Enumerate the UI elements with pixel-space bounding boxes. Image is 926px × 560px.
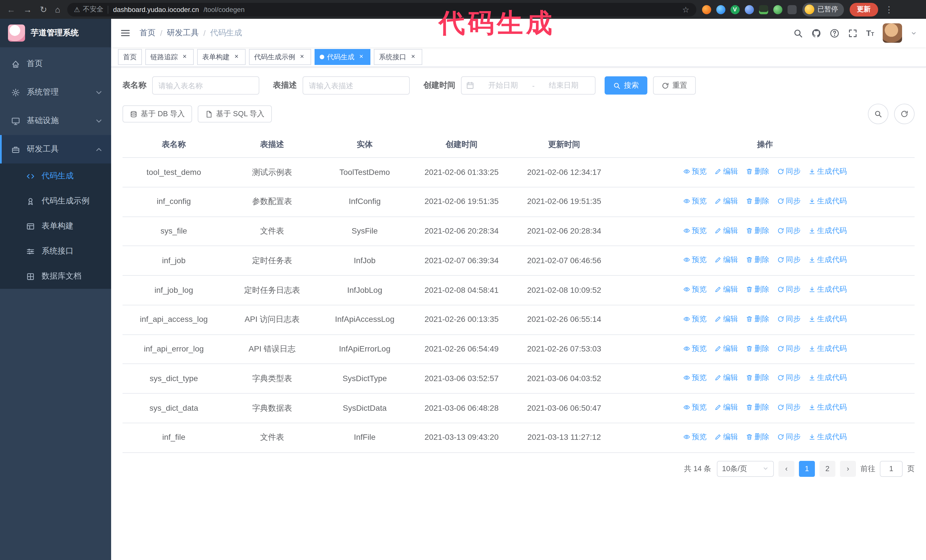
action-generate-code[interactable]: 生成代码 bbox=[809, 343, 847, 354]
action-delete[interactable]: 删除 bbox=[746, 166, 769, 177]
close-icon[interactable]: × bbox=[233, 53, 241, 61]
action-sync[interactable]: 同步 bbox=[777, 166, 800, 177]
sidebar-item-code-generation[interactable]: 代码生成 bbox=[0, 163, 111, 189]
sidebar-item-infrastructure[interactable]: 基础设施 bbox=[0, 107, 111, 135]
action-delete[interactable]: 删除 bbox=[746, 284, 769, 295]
import-sql-button[interactable]: 基于 SQL 导入 bbox=[198, 106, 272, 122]
action-generate-code[interactable]: 生成代码 bbox=[809, 313, 847, 325]
action-generate-code[interactable]: 生成代码 bbox=[809, 195, 847, 207]
table-desc-input[interactable] bbox=[303, 76, 410, 95]
caret-down-icon[interactable] bbox=[911, 30, 917, 36]
github-icon[interactable] bbox=[811, 28, 821, 38]
table-row[interactable]: inf_config 参数配置表 InfConfig 2021-02-06 19… bbox=[123, 187, 915, 217]
app-logo[interactable]: 芋道管理系统 bbox=[0, 19, 111, 47]
action-generate-code[interactable]: 生成代码 bbox=[809, 225, 847, 236]
action-sync[interactable]: 同步 bbox=[777, 313, 800, 325]
search-icon[interactable] bbox=[793, 28, 803, 38]
action-delete[interactable]: 删除 bbox=[746, 343, 769, 354]
reload-icon[interactable]: ↻ bbox=[39, 5, 48, 14]
action-delete[interactable]: 删除 bbox=[746, 313, 769, 325]
goto-page-input[interactable] bbox=[880, 460, 903, 477]
action-sync[interactable]: 同步 bbox=[777, 343, 800, 354]
sidebar-item-system-management[interactable]: 系统管理 bbox=[0, 78, 111, 107]
sidebar-item-home[interactable]: 首页 bbox=[0, 50, 111, 78]
sidebar-item-form-builder[interactable]: 表单构建 bbox=[0, 214, 111, 239]
action-generate-code[interactable]: 生成代码 bbox=[809, 254, 847, 266]
action-delete[interactable]: 删除 bbox=[746, 402, 769, 413]
action-edit[interactable]: 编辑 bbox=[714, 313, 738, 325]
action-preview[interactable]: 预览 bbox=[683, 284, 707, 295]
table-row[interactable]: sys_dict_data 字典数据表 SysDictData 2021-03-… bbox=[123, 393, 915, 423]
breadcrumb-dev-tools[interactable]: 研发工具 bbox=[167, 28, 199, 38]
font-size-icon[interactable]: TT bbox=[866, 29, 874, 38]
close-icon[interactable]: × bbox=[357, 53, 365, 61]
action-preview[interactable]: 预览 bbox=[683, 195, 707, 207]
action-edit[interactable]: 编辑 bbox=[714, 372, 738, 384]
action-sync[interactable]: 同步 bbox=[777, 225, 800, 236]
action-delete[interactable]: 删除 bbox=[746, 254, 769, 266]
action-preview[interactable]: 预览 bbox=[683, 254, 707, 266]
action-sync[interactable]: 同步 bbox=[777, 431, 800, 443]
action-sync[interactable]: 同步 bbox=[777, 284, 800, 295]
extension-icon-6[interactable] bbox=[773, 5, 782, 14]
refresh-button[interactable] bbox=[894, 104, 915, 124]
hamburger-icon[interactable] bbox=[120, 28, 130, 38]
action-preview[interactable]: 预览 bbox=[683, 313, 707, 325]
table-row[interactable]: sys_dict_type 字典类型表 SysDictType 2021-03-… bbox=[123, 364, 915, 394]
table-row[interactable]: inf_job_log 定时任务日志表 InfJobLog 2021-02-08… bbox=[123, 275, 915, 305]
action-edit[interactable]: 编辑 bbox=[714, 166, 738, 177]
action-edit[interactable]: 编辑 bbox=[714, 402, 738, 413]
toggle-search-button[interactable] bbox=[868, 104, 888, 124]
address-bar[interactable]: ⚠ 不安全 dashboard.yudao.iocoder.cn/tool/co… bbox=[67, 3, 696, 16]
action-preview[interactable]: 预览 bbox=[683, 225, 707, 236]
table-row[interactable]: inf_job 定时任务表 InfJob 2021-02-07 06:39:34… bbox=[123, 246, 915, 276]
action-edit[interactable]: 编辑 bbox=[714, 195, 738, 207]
sidebar-item-dev-tools[interactable]: 研发工具 bbox=[0, 135, 111, 163]
tag-trace[interactable]: 链路追踪 × bbox=[145, 49, 194, 65]
page-button-2[interactable]: 2 bbox=[819, 460, 835, 477]
table-row[interactable]: sys_file 文件表 SysFile 2021-02-06 20:28:34… bbox=[123, 216, 915, 246]
sidebar-item-db-doc[interactable]: 数据库文档 bbox=[0, 264, 111, 289]
action-delete[interactable]: 删除 bbox=[746, 225, 769, 236]
action-edit[interactable]: 编辑 bbox=[714, 225, 738, 236]
action-preview[interactable]: 预览 bbox=[683, 402, 707, 413]
table-row[interactable]: inf_file 文件表 InfFile 2021-03-13 09:43:20… bbox=[123, 423, 915, 453]
tag-codegen-example[interactable]: 代码生成示例 × bbox=[249, 49, 311, 65]
extension-icon-3[interactable]: V bbox=[730, 5, 739, 14]
table-name-input[interactable] bbox=[152, 76, 259, 95]
page-size-select[interactable]: 10条/页 bbox=[717, 460, 774, 477]
forward-icon[interactable]: → bbox=[22, 5, 33, 14]
table-row[interactable]: inf_api_error_log API 错误日志 InfApiErrorLo… bbox=[123, 334, 915, 364]
action-delete[interactable]: 删除 bbox=[746, 431, 769, 443]
extension-icon-1[interactable] bbox=[702, 5, 711, 14]
action-edit[interactable]: 编辑 bbox=[714, 343, 738, 354]
action-delete[interactable]: 删除 bbox=[746, 195, 769, 207]
help-icon[interactable] bbox=[830, 28, 840, 38]
action-sync[interactable]: 同步 bbox=[777, 195, 800, 207]
action-delete[interactable]: 删除 bbox=[746, 372, 769, 384]
home-icon[interactable]: ⌂ bbox=[54, 5, 61, 14]
user-avatar[interactable] bbox=[883, 23, 902, 43]
action-sync[interactable]: 同步 bbox=[777, 372, 800, 384]
profile-paused-badge[interactable]: 已暂停 bbox=[802, 3, 844, 16]
action-generate-code[interactable]: 生成代码 bbox=[809, 431, 847, 443]
prev-page-button[interactable]: ‹ bbox=[778, 460, 794, 477]
close-icon[interactable]: × bbox=[298, 53, 306, 61]
action-sync[interactable]: 同步 bbox=[777, 254, 800, 266]
action-generate-code[interactable]: 生成代码 bbox=[809, 402, 847, 413]
search-button[interactable]: 搜索 bbox=[605, 76, 648, 95]
tag-code-generation[interactable]: 代码生成 × bbox=[315, 49, 371, 65]
tag-home[interactable]: 首页 bbox=[118, 49, 142, 65]
action-preview[interactable]: 预览 bbox=[683, 372, 707, 384]
close-icon[interactable]: × bbox=[181, 53, 189, 61]
sidebar-item-system-api[interactable]: 系统接口 bbox=[0, 239, 111, 264]
action-preview[interactable]: 预览 bbox=[683, 431, 707, 443]
sidebar-item-codegen-example[interactable]: 代码生成示例 bbox=[0, 189, 111, 214]
fullscreen-icon[interactable] bbox=[848, 28, 858, 38]
security-warning[interactable]: ⚠ 不安全 bbox=[74, 5, 103, 14]
action-generate-code[interactable]: 生成代码 bbox=[809, 284, 847, 295]
date-range-picker[interactable]: 开始日期 - 结束日期 bbox=[461, 76, 596, 95]
action-edit[interactable]: 编辑 bbox=[714, 431, 738, 443]
action-generate-code[interactable]: 生成代码 bbox=[809, 166, 847, 177]
page-button-1[interactable]: 1 bbox=[799, 460, 815, 477]
